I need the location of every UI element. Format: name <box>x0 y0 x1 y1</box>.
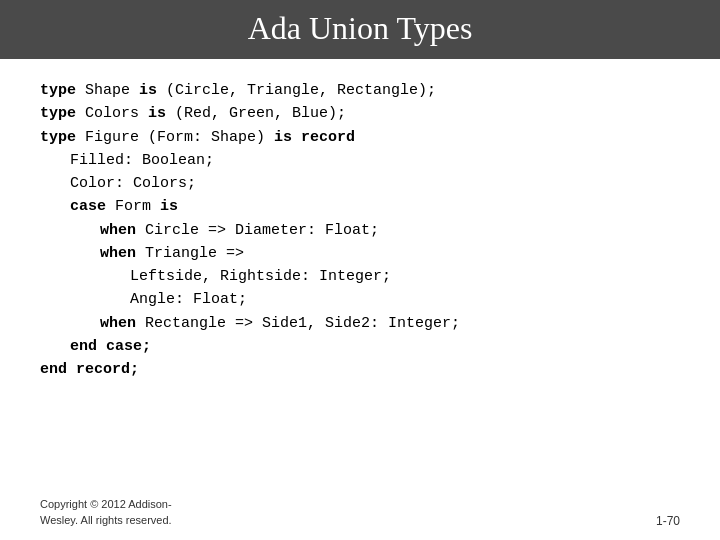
footer-page: 1-70 <box>656 514 680 528</box>
code-text: Shape <box>76 82 139 99</box>
title-bar: Ada Union Types <box>0 0 720 59</box>
code-block: type Shape is (Circle, Triangle, Rectang… <box>40 79 680 479</box>
code-line: case Form is <box>70 195 680 218</box>
code-text: (Circle, Triangle, Rectangle); <box>157 82 436 99</box>
slide: Ada Union Types type Shape is (Circle, T… <box>0 0 720 540</box>
code-text: Colors <box>76 105 148 122</box>
footer-copyright: Copyright © 2012 Addison- Wesley. All ri… <box>40 497 172 528</box>
code-text: Triangle => <box>136 245 244 262</box>
code-line: when Circle => Diameter: Float; <box>100 219 680 242</box>
code-line: end record; <box>40 358 680 381</box>
keyword: type <box>40 105 76 122</box>
keyword: type <box>40 129 76 146</box>
keyword: end case; <box>70 338 151 355</box>
slide-title: Ada Union Types <box>248 10 473 46</box>
code-line: type Colors is (Red, Green, Blue); <box>40 102 680 125</box>
keyword: type <box>40 82 76 99</box>
code-text: Angle: Float; <box>130 291 247 308</box>
keyword: case <box>70 198 106 215</box>
code-text: Filled: Boolean; <box>70 152 214 169</box>
code-text: Rectangle => Side1, Side2: Integer; <box>136 315 460 332</box>
code-line: when Rectangle => Side1, Side2: Integer; <box>100 312 680 335</box>
code-line: Filled: Boolean; <box>70 149 680 172</box>
keyword: when <box>100 222 136 239</box>
keyword: is <box>139 82 157 99</box>
code-text: Leftside, Rightside: Integer; <box>130 268 391 285</box>
code-text: Color: Colors; <box>70 175 196 192</box>
content-area: type Shape is (Circle, Triangle, Rectang… <box>0 59 720 489</box>
code-line: Leftside, Rightside: Integer; <box>130 265 680 288</box>
code-text: (Red, Green, Blue); <box>166 105 346 122</box>
code-line: when Triangle => <box>100 242 680 265</box>
keyword: when <box>100 315 136 332</box>
code-line: type Figure (Form: Shape) is record <box>40 126 680 149</box>
footer: Copyright © 2012 Addison- Wesley. All ri… <box>0 489 720 540</box>
code-line: Angle: Float; <box>130 288 680 311</box>
code-line: Color: Colors; <box>70 172 680 195</box>
keyword: is <box>160 198 178 215</box>
code-text: Form <box>106 198 160 215</box>
keyword: is <box>148 105 166 122</box>
code-text: Figure (Form: Shape) <box>76 129 274 146</box>
keyword: when <box>100 245 136 262</box>
code-text: Circle => Diameter: Float; <box>136 222 379 239</box>
keyword: is record <box>274 129 355 146</box>
code-line: end case; <box>70 335 680 358</box>
code-line: type Shape is (Circle, Triangle, Rectang… <box>40 79 680 102</box>
keyword: end record; <box>40 361 139 378</box>
